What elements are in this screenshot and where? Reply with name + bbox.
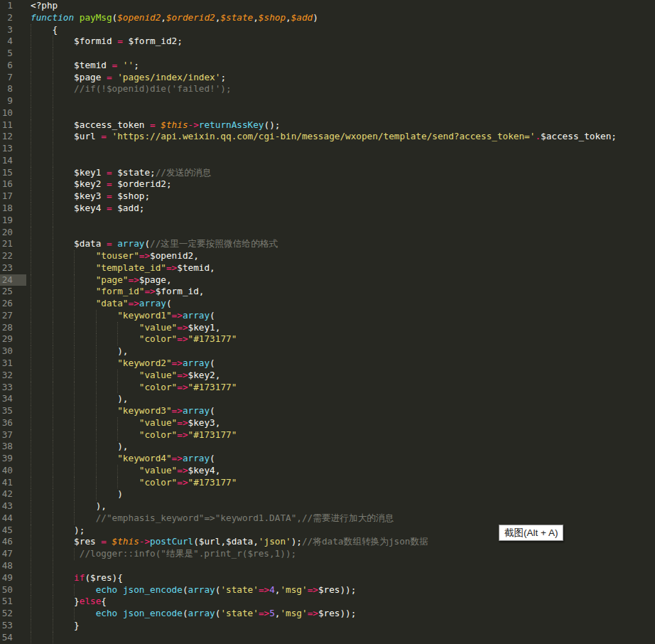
line-number[interactable]: 33	[0, 382, 26, 394]
code-text[interactable]: "color"=>"#173177"	[26, 333, 655, 345]
code-text[interactable]: function payMsg($openid2,$orderid2,$stat…	[26, 12, 655, 24]
code-line[interactable]: 49 if($res){	[0, 572, 655, 584]
line-number[interactable]: 20	[0, 227, 26, 239]
line-number[interactable]: 54	[0, 632, 26, 644]
line-number[interactable]: 17	[0, 190, 26, 203]
code-line[interactable]: 34 ),	[0, 393, 655, 405]
code-text[interactable]: "keyword4"=>array(	[26, 453, 655, 465]
line-number[interactable]: 40	[0, 465, 26, 477]
line-number[interactable]: 25	[0, 286, 26, 298]
line-number[interactable]: 4	[0, 36, 26, 48]
code-text[interactable]: $key3 = $shop;	[26, 190, 655, 203]
code-text[interactable]: $key4 = $add;	[26, 203, 655, 215]
code-text[interactable]: "template_id"=>$temid,	[26, 262, 655, 274]
code-line[interactable]: 40 "value"=>$key4,	[0, 465, 655, 477]
line-number[interactable]: 27	[0, 310, 26, 322]
line-number[interactable]: 42	[0, 488, 26, 500]
code-text[interactable]	[26, 95, 655, 107]
code-text[interactable]: "value"=>$key2,	[26, 370, 655, 382]
code-line[interactable]: 18 $key4 = $add;	[0, 203, 655, 215]
code-text[interactable]: "form_id"=>$form_id,	[26, 286, 655, 298]
code-text[interactable]: ),	[26, 393, 655, 405]
line-number[interactable]: 30	[0, 345, 26, 358]
code-line[interactable]: 5	[0, 48, 655, 60]
code-text[interactable]: "color"=>"#173177"	[26, 382, 655, 394]
code-line[interactable]: 8 //if(!$openid)die('failed!');	[0, 83, 655, 95]
line-number[interactable]: 31	[0, 358, 26, 370]
code-text[interactable]: "keyword3"=>array(	[26, 405, 655, 417]
line-number[interactable]: 23	[0, 262, 26, 274]
code-text[interactable]: $data = array(//这里一定要按照微信给的格式	[26, 238, 655, 250]
line-number[interactable]: 37	[0, 429, 26, 441]
code-text[interactable]: }else{	[26, 596, 655, 608]
code-text[interactable]: "keyword1"=>array(	[26, 310, 655, 322]
code-line[interactable]: 26 "data"=>array(	[0, 298, 655, 310]
code-line[interactable]: 27 "keyword1"=>array(	[0, 310, 655, 322]
line-number[interactable]: 22	[0, 250, 26, 262]
code-line[interactable]: 19	[0, 215, 655, 227]
line-number[interactable]: 14	[0, 155, 26, 167]
line-number[interactable]: 29	[0, 333, 26, 345]
code-line[interactable]: 13	[0, 143, 655, 155]
line-number[interactable]: 49	[0, 572, 26, 584]
code-line[interactable]: 28 "value"=>$key1,	[0, 322, 655, 334]
code-text[interactable]: )	[26, 488, 655, 500]
line-number[interactable]: 12	[0, 131, 26, 143]
code-line[interactable]: 47 //logger::info("结果是".print_r($res,1))…	[0, 548, 655, 560]
line-number[interactable]: 39	[0, 453, 26, 465]
line-number[interactable]: 8	[0, 83, 26, 95]
code-text[interactable]	[26, 632, 655, 644]
code-text[interactable]	[26, 560, 655, 572]
code-text[interactable]: $url = 'https://api.weixin.qq.com/cgi-bi…	[26, 131, 655, 143]
code-line[interactable]: 7 $page = 'pages/index/index';	[0, 72, 655, 84]
code-text[interactable]: "color"=>"#173177"	[26, 429, 655, 441]
line-number[interactable]: 36	[0, 417, 26, 429]
line-number[interactable]: 2	[0, 12, 26, 24]
code-line[interactable]: 4 $formid = $form_id2;	[0, 36, 655, 48]
code-text[interactable]: "value"=>$key1,	[26, 322, 655, 334]
code-text[interactable]: $temid = '';	[26, 60, 655, 72]
code-line[interactable]: 10	[0, 107, 655, 119]
code-line[interactable]: 43 ),	[0, 500, 655, 512]
code-text[interactable]: }	[26, 620, 655, 632]
code-line[interactable]: 37 "color"=>"#173177"	[0, 429, 655, 441]
code-text[interactable]: //logger::info("结果是".print_r($res,1));	[26, 548, 655, 560]
code-line[interactable]: 14	[0, 155, 655, 167]
code-line[interactable]: 44 //"emphasis_keyword"=>"keyword1.DATA"…	[0, 512, 655, 525]
code-text[interactable]	[26, 155, 655, 167]
code-line[interactable]: 17 $key3 = $shop;	[0, 190, 655, 203]
code-text[interactable]: ),	[26, 345, 655, 358]
code-line[interactable]: 20	[0, 227, 655, 239]
line-number[interactable]: 9	[0, 95, 26, 107]
code-line[interactable]: 33 "color"=>"#173177"	[0, 382, 655, 394]
code-text[interactable]: "keyword2"=>array(	[26, 358, 655, 370]
code-line[interactable]: 3 {	[0, 24, 655, 36]
code-text[interactable]: "value"=>$key3,	[26, 417, 655, 429]
code-text[interactable]: "data"=>array(	[26, 298, 655, 310]
code-line[interactable]: 11 $access_token = $this->returnAssKey()…	[0, 119, 655, 132]
line-number[interactable]: 21	[0, 238, 26, 250]
line-number[interactable]: 45	[0, 525, 26, 537]
code-line[interactable]: 16 $key2 = $orderid2;	[0, 178, 655, 190]
code-line[interactable]: 41 "color"=>"#173177"	[0, 477, 655, 489]
line-number[interactable]: 11	[0, 119, 26, 132]
code-line[interactable]: 48	[0, 560, 655, 572]
line-number[interactable]: 6	[0, 60, 26, 72]
line-number[interactable]: 38	[0, 441, 26, 453]
line-number[interactable]: 43	[0, 500, 26, 512]
line-number[interactable]: 10	[0, 107, 26, 119]
line-number[interactable]: 3	[0, 24, 26, 36]
code-text[interactable]: $formid = $form_id2;	[26, 36, 655, 48]
code-line[interactable]: 9	[0, 95, 655, 107]
code-line[interactable]: 39 "keyword4"=>array(	[0, 453, 655, 465]
code-text[interactable]: if($res){	[26, 572, 655, 584]
line-number[interactable]: 50	[0, 584, 26, 596]
code-line[interactable]: 42 )	[0, 488, 655, 500]
code-line[interactable]: 53 }	[0, 620, 655, 632]
code-line[interactable]: 36 "value"=>$key3,	[0, 417, 655, 429]
code-text[interactable]: $page = 'pages/index/index';	[26, 72, 655, 84]
code-line[interactable]: 52 echo json_encode(array('state'=>5,'ms…	[0, 608, 655, 620]
code-line[interactable]: 6 $temid = '';	[0, 60, 655, 72]
line-number[interactable]: 7	[0, 72, 26, 84]
code-line[interactable]: 12 $url = 'https://api.weixin.qq.com/cgi…	[0, 131, 655, 143]
